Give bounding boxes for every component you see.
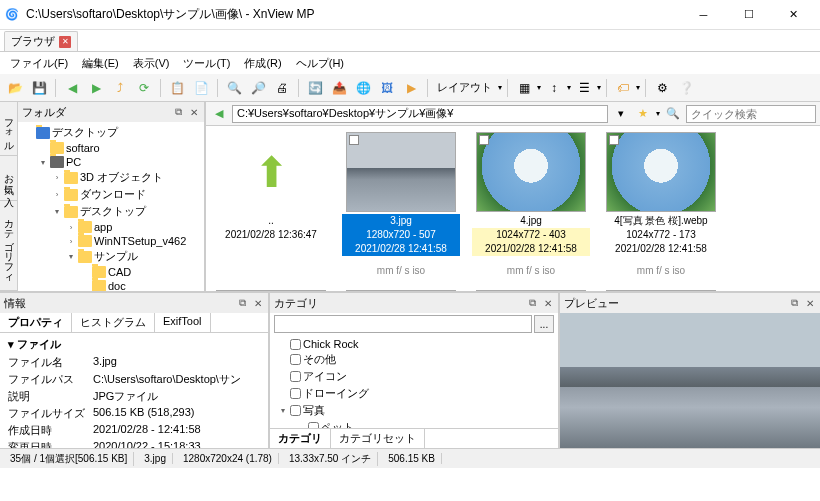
tree-item[interactable]: ›WinNTSetup_v462	[20, 234, 202, 248]
maximize-button[interactable]: ☐	[726, 0, 771, 29]
quick-search-input[interactable]	[686, 105, 816, 123]
menu-item[interactable]: ファイル(F)	[4, 54, 74, 73]
menu-item[interactable]: ツール(T)	[177, 54, 236, 73]
category-item[interactable]: ペット	[278, 419, 550, 428]
category-item[interactable]: その他	[278, 351, 550, 368]
refresh-icon[interactable]: ⟳	[133, 77, 155, 99]
compare-icon[interactable]: 🔍	[223, 77, 245, 99]
info-tab[interactable]: ヒストグラム	[72, 313, 155, 332]
panel-close-icon[interactable]: ✕	[252, 297, 264, 309]
category-checkbox[interactable]	[290, 371, 301, 382]
copy-icon[interactable]: 📋	[166, 77, 188, 99]
category-checkbox[interactable]	[290, 405, 301, 416]
image-icon[interactable]: 🖼	[376, 77, 398, 99]
paste-icon[interactable]: 📄	[190, 77, 212, 99]
tree-item[interactable]: ›app	[20, 220, 202, 234]
minimize-button[interactable]: ─	[681, 0, 726, 29]
panel-float-icon[interactable]: ⧉	[236, 297, 248, 309]
menu-item[interactable]: ヘルプ(H)	[290, 54, 350, 73]
thumbnail-checkbox[interactable]	[349, 135, 359, 145]
panel-close-icon[interactable]: ✕	[804, 297, 816, 309]
tree-item[interactable]: ›3D オブジェクト	[20, 169, 202, 186]
side-tab[interactable]: カテゴリフィルター	[0, 201, 17, 291]
tag-icon[interactable]: 🏷	[612, 77, 634, 99]
tab-close-icon[interactable]: ✕	[59, 36, 71, 48]
address-input[interactable]	[232, 105, 608, 123]
thumbnail[interactable]: 3.jpg1280x720 - 5072021/02/28 12:41:58mm…	[342, 132, 460, 278]
tree-item[interactable]: デスクトップ	[20, 124, 202, 141]
panel-float-icon[interactable]: ⧉	[526, 297, 538, 309]
side-tab[interactable]: お気に入り	[0, 156, 17, 200]
menu-item[interactable]: 表示(V)	[127, 54, 176, 73]
panel-close-icon[interactable]: ✕	[542, 297, 554, 309]
export-icon[interactable]: 📤	[328, 77, 350, 99]
category-add-button[interactable]: ...	[534, 315, 554, 333]
category-arrow-icon[interactable]: ▾	[278, 406, 288, 415]
tree-item[interactable]: CAD	[20, 265, 202, 279]
filter-icon[interactable]: ☰	[573, 77, 595, 99]
tree-item[interactable]: softaro	[20, 141, 202, 155]
thumbnail[interactable]: 4[写真 景色 桜].webp1024x772 - 1732021/02/28 …	[602, 132, 720, 278]
help-icon[interactable]: ❔	[675, 77, 697, 99]
info-section-header[interactable]: ▾ ファイル	[8, 335, 260, 354]
tree-arrow-icon[interactable]: ▾	[52, 207, 62, 216]
category-item[interactable]: Chick Rock	[278, 337, 550, 351]
category-checkbox[interactable]	[290, 354, 301, 365]
info-tab[interactable]: ExifTool	[155, 313, 211, 332]
thumbnail[interactable]	[212, 290, 330, 291]
thumbnail[interactable]: 4.jpg1024x772 - 4032021/02/28 12:41:58mm…	[472, 132, 590, 278]
tree-arrow-icon[interactable]: ›	[66, 237, 76, 246]
menu-item[interactable]: 編集(E)	[76, 54, 125, 73]
info-tab[interactable]: プロパティ	[0, 313, 72, 332]
tree-item[interactable]: ▾PC	[20, 155, 202, 169]
save-icon[interactable]: 💾	[28, 77, 50, 99]
category-item[interactable]: ドローイング	[278, 385, 550, 402]
tree-arrow-icon[interactable]: ›	[66, 223, 76, 232]
tree-item[interactable]: doc	[20, 279, 202, 291]
category-checkbox[interactable]	[290, 388, 301, 399]
open-icon[interactable]: 📂	[4, 77, 26, 99]
thumbnail[interactable]	[342, 290, 460, 291]
category-tab[interactable]: カテゴリセット	[331, 429, 425, 448]
browser-tab[interactable]: ブラウザ ✕	[4, 31, 78, 51]
search-small-icon[interactable]: 🔍	[664, 105, 682, 123]
tree-item[interactable]: ›ダウンロード	[20, 186, 202, 203]
category-item[interactable]: アイコン	[278, 368, 550, 385]
category-tab[interactable]: カテゴリ	[270, 429, 331, 448]
tree-arrow-icon[interactable]: ›	[52, 190, 62, 199]
settings-icon[interactable]: ⚙	[651, 77, 673, 99]
thumbnail[interactable]	[602, 290, 720, 291]
convert-icon[interactable]: 🔄	[304, 77, 326, 99]
thumbnail-checkbox[interactable]	[609, 135, 619, 145]
tree-arrow-icon[interactable]: ▾	[38, 158, 48, 167]
thumbnail[interactable]: ⬆..2021/02/28 12:36:47	[212, 132, 330, 278]
sort-icon[interactable]: ↕	[543, 77, 565, 99]
panel-close-icon[interactable]: ✕	[188, 106, 200, 118]
tree-item[interactable]: ▾サンプル	[20, 248, 202, 265]
category-input[interactable]	[274, 315, 532, 333]
thumbnail-checkbox[interactable]	[479, 135, 489, 145]
slideshow-icon[interactable]: ▶	[400, 77, 422, 99]
addr-dropdown-icon[interactable]: ▾	[612, 105, 630, 123]
menu-item[interactable]: 作成(R)	[238, 54, 287, 73]
panel-float-icon[interactable]: ⧉	[788, 297, 800, 309]
tree-item[interactable]: ▾デスクトップ	[20, 203, 202, 220]
view-icon[interactable]: ▦	[513, 77, 535, 99]
up-icon[interactable]: ⤴	[109, 77, 131, 99]
tree-arrow-icon[interactable]: ▾	[66, 252, 76, 261]
side-tab[interactable]: フォルダ	[0, 102, 17, 156]
category-checkbox[interactable]	[290, 339, 301, 350]
category-item[interactable]: ▾写真	[278, 402, 550, 419]
thumbnail[interactable]	[472, 290, 590, 291]
web-icon[interactable]: 🌐	[352, 77, 374, 99]
search-icon[interactable]: 🔎	[247, 77, 269, 99]
tree-arrow-icon[interactable]: ›	[52, 173, 62, 182]
close-button[interactable]: ✕	[771, 0, 816, 29]
back-icon[interactable]: ◀	[61, 77, 83, 99]
favorite-icon[interactable]: ★	[634, 105, 652, 123]
print-icon[interactable]: 🖨	[271, 77, 293, 99]
layout-dropdown[interactable]: レイアウト	[433, 80, 496, 95]
addr-back-icon[interactable]: ◀	[210, 105, 228, 123]
panel-float-icon[interactable]: ⧉	[172, 106, 184, 118]
forward-icon[interactable]: ▶	[85, 77, 107, 99]
